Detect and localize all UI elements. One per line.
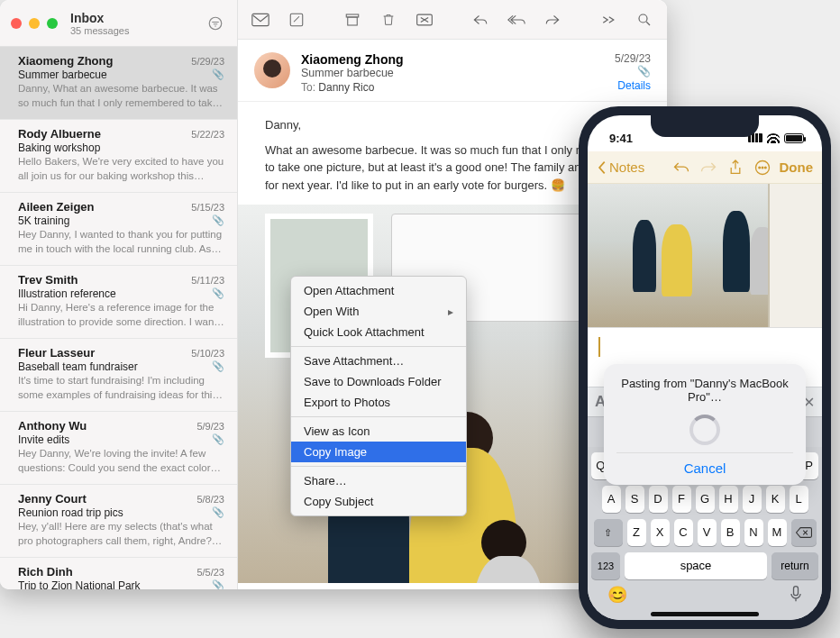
reader-header: Xiaomeng Zhong Summer barbecue To: Danny… <box>238 40 667 102</box>
text-cursor <box>598 337 811 357</box>
menu-quick-look[interactable]: Quick Look Attachment <box>291 322 466 342</box>
svg-point-9 <box>762 167 763 169</box>
key[interactable]: D <box>649 486 668 513</box>
message-item[interactable]: Jenny Court5/8/23 Reunion road trip pics… <box>0 485 237 558</box>
key[interactable]: A <box>602 486 621 513</box>
menu-export-photos[interactable]: Export to Photos <box>291 392 466 413</box>
key[interactable]: V <box>698 519 717 546</box>
battery-icon <box>784 133 804 143</box>
message-item[interactable]: Fleur Lasseur5/10/23 Baseball team fundr… <box>0 339 237 412</box>
menu-open-attachment[interactable]: Open Attachment <box>291 280 466 301</box>
menu-share[interactable]: Share… <box>291 470 466 491</box>
menu-view-as-icon[interactable]: View as Icon <box>291 421 466 442</box>
dictate-key[interactable] <box>790 585 802 605</box>
menu-copy-subject[interactable]: Copy Subject <box>291 491 466 512</box>
key[interactable]: K <box>766 486 785 513</box>
emoji-key[interactable]: 😊 <box>607 585 627 605</box>
key[interactable]: Z <box>627 519 646 546</box>
redo-icon[interactable] <box>698 158 718 178</box>
menu-open-with[interactable]: Open With▸ <box>291 301 466 322</box>
key[interactable]: G <box>696 486 715 513</box>
attachment-icon: 📎 <box>212 287 224 299</box>
svg-point-10 <box>764 167 766 169</box>
delete-key[interactable] <box>791 519 817 546</box>
reader-to: To: Danny Rico <box>301 81 604 94</box>
paste-cancel-button[interactable]: Cancel <box>616 452 793 476</box>
reply-icon[interactable] <box>470 10 490 30</box>
key[interactable]: J <box>743 486 762 513</box>
return-key[interactable]: return <box>772 552 818 579</box>
attachment-icon: 📎 <box>212 68 224 80</box>
reader-subject: Summer barbecue <box>301 67 604 79</box>
message-sender: Trev Smith <box>18 273 78 287</box>
mail-icon[interactable] <box>251 10 270 30</box>
zoom-window-button[interactable] <box>47 18 58 29</box>
archive-icon[interactable] <box>342 10 362 30</box>
message-item[interactable]: Rody Albuerne5/22/23 Baking workshop Hel… <box>0 120 237 193</box>
filter-icon[interactable] <box>205 13 226 34</box>
message-item[interactable]: Rich Dinh5/5/23 Trip to Zion National Pa… <box>0 558 237 589</box>
message-item[interactable]: Xiaomeng Zhong 5/29/23 Summer barbecue D… <box>0 47 237 120</box>
key[interactable]: N <box>744 519 763 546</box>
share-icon[interactable] <box>726 158 745 178</box>
forward-icon[interactable] <box>543 10 562 30</box>
menu-copy-image[interactable]: Copy Image <box>291 442 466 462</box>
back-label: Notes <box>609 160 644 175</box>
key[interactable]: C <box>674 519 693 546</box>
trash-icon[interactable] <box>379 10 398 30</box>
numbers-key[interactable]: 123 <box>591 552 620 579</box>
mailbox-info: Inbox 35 messages <box>70 11 129 36</box>
key[interactable]: S <box>625 486 644 513</box>
more-icon[interactable] <box>753 158 772 178</box>
home-indicator[interactable] <box>651 612 759 616</box>
compose-icon[interactable] <box>287 10 306 30</box>
menu-save-downloads[interactable]: Save to Downloads Folder <box>291 371 466 392</box>
close-window-button[interactable] <box>11 18 22 29</box>
key[interactable]: B <box>721 519 740 546</box>
space-key[interactable]: space <box>625 552 767 579</box>
svg-point-0 <box>209 17 222 30</box>
message-subject: 5K training <box>18 214 224 227</box>
key[interactable]: F <box>672 486 691 513</box>
spinner-icon <box>689 415 720 445</box>
svg-rect-2 <box>290 14 303 26</box>
message-list[interactable]: Xiaomeng Zhong 5/29/23 Summer barbecue D… <box>0 47 237 589</box>
notes-navbar: Notes Done <box>588 151 822 184</box>
notes-body[interactable]: Pasting from "Danny's MacBook Pro"… Canc… <box>588 184 822 387</box>
junk-icon[interactable] <box>415 10 434 30</box>
minimize-window-button[interactable] <box>29 18 40 29</box>
reply-all-icon[interactable] <box>507 10 526 30</box>
menu-save-attachment[interactable]: Save Attachment… <box>291 351 466 371</box>
message-sender: Rich Dinh <box>18 565 73 579</box>
sidebar-header: Inbox 35 messages <box>0 0 237 47</box>
message-item[interactable]: Aileen Zeigen5/15/23 5K training Hey Dan… <box>0 193 237 266</box>
undo-icon[interactable] <box>671 158 691 178</box>
to-name: Danny Rico <box>318 81 374 94</box>
message-sender: Jenny Court <box>18 492 87 506</box>
message-item[interactable]: Trev Smith5/11/23 Illustration reference… <box>0 266 237 339</box>
key[interactable]: X <box>651 519 670 546</box>
message-date: 5/10/23 <box>191 348 224 359</box>
message-sender: Rody Albuerne <box>18 127 101 141</box>
shift-key[interactable]: ⇧ <box>594 519 623 546</box>
more-icon[interactable] <box>598 10 618 30</box>
back-button[interactable]: Notes <box>597 160 644 175</box>
attachment-icon: 📎 <box>212 433 224 445</box>
key[interactable]: H <box>719 486 738 513</box>
message-item[interactable]: Anthony Wu5/9/23 Invite edits Hey Danny,… <box>0 412 237 485</box>
details-button[interactable]: Details <box>615 79 651 92</box>
done-button[interactable]: Done <box>780 160 814 175</box>
iphone-frame: 9:41 Notes Done <box>579 106 831 629</box>
window-controls[interactable] <box>11 18 58 29</box>
message-sender: Xiaomeng Zhong <box>18 54 113 68</box>
message-date: 5/29/23 <box>191 56 224 67</box>
iphone-notch <box>651 115 759 137</box>
wifi-icon <box>767 133 780 143</box>
message-subject: Trip to Zion National Park <box>18 579 224 589</box>
mailbox-subtitle: 35 messages <box>70 25 129 36</box>
key[interactable]: M <box>768 519 787 546</box>
message-subject: Summer barbecue <box>18 68 224 81</box>
search-icon[interactable] <box>635 10 654 30</box>
key[interactable]: L <box>790 486 808 513</box>
status-time: 9:41 <box>609 132 633 145</box>
